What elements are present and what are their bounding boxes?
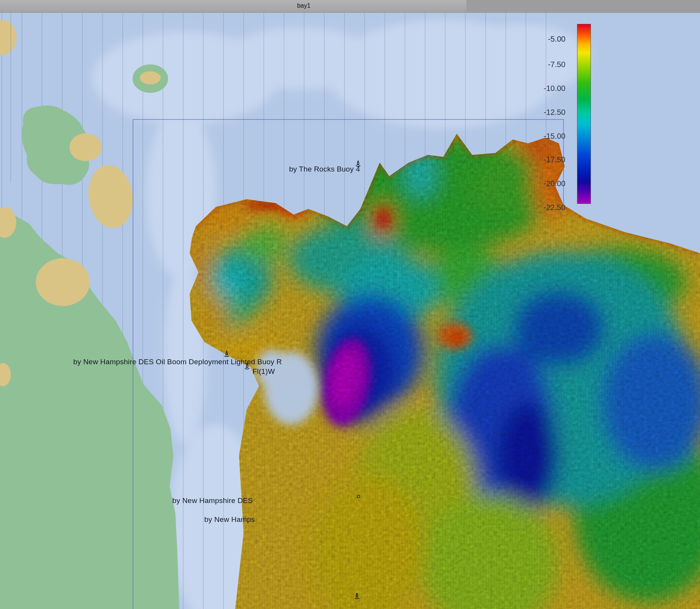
annotation-hamps-bottom: by New Hamps bbox=[204, 515, 255, 524]
map-viewport[interactable]: by The Rocks Buoy 4 by New Hampshire DES… bbox=[0, 12, 700, 609]
annotation-oil-boom-buoy: by New Hampshire DES Oil Boom Deployment… bbox=[73, 358, 282, 366]
depth-colorbar bbox=[577, 24, 591, 204]
window-title: bay1 bbox=[284, 2, 323, 9]
legend-label: -10.00 bbox=[523, 84, 565, 93]
legend-label: -5.00 bbox=[523, 35, 565, 44]
app-window: bay1 bbox=[0, 0, 700, 609]
legend-label: -12.50 bbox=[523, 108, 565, 117]
legend-label: -22.50 bbox=[523, 203, 565, 212]
titlebar-right-panel bbox=[466, 0, 700, 12]
annotation-light-characteristic: Fl(1)W bbox=[252, 367, 275, 376]
legend-label: -15.00 bbox=[523, 132, 565, 141]
legend-label: -20.00 bbox=[523, 179, 565, 188]
legend-label: -7.50 bbox=[523, 60, 565, 69]
legend-label: -17.50 bbox=[523, 155, 565, 164]
nautical-chart[interactable] bbox=[0, 12, 700, 609]
annotation-rocks-buoy: by The Rocks Buoy 4 bbox=[289, 165, 360, 173]
window-titlebar[interactable]: bay1 bbox=[0, 0, 700, 13]
annotation-des-bottom: by New Hampshire DES bbox=[172, 496, 253, 505]
